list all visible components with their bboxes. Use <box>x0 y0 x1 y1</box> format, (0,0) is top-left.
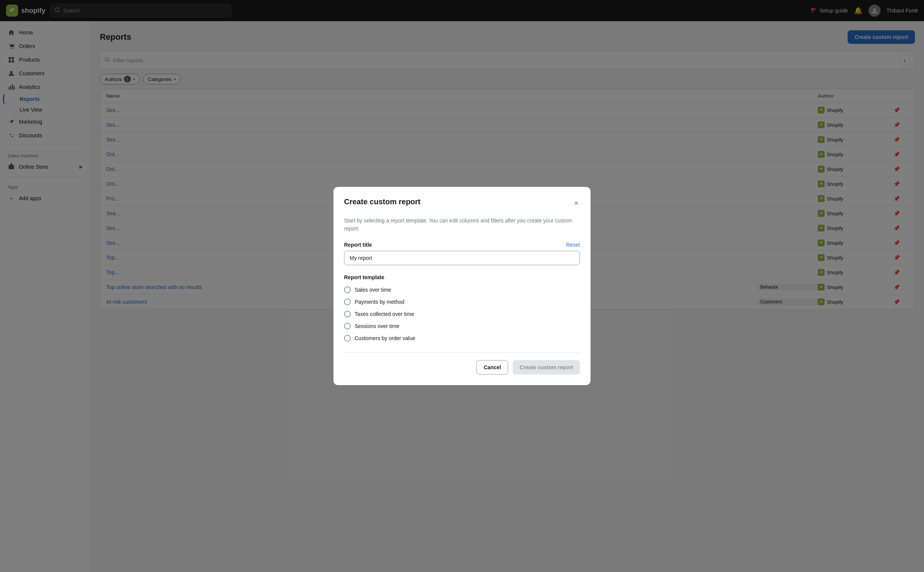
template-option-payments-by-method[interactable]: Payments by method <box>344 298 580 305</box>
modal-close-button[interactable]: × <box>572 197 580 209</box>
create-custom-report-submit-button[interactable]: Create custom report <box>513 360 580 375</box>
radio-taxes-collected[interactable] <box>344 311 351 317</box>
radio-sales-over-time[interactable] <box>344 286 351 293</box>
create-custom-report-modal: Create custom report × Start by selectin… <box>333 187 591 385</box>
modal-field-label-row: Report title Reset <box>344 242 580 248</box>
report-title-input[interactable] <box>344 251 580 265</box>
template-option-sales-over-time[interactable]: Sales over time <box>344 286 580 293</box>
modal-title: Create custom report <box>344 197 420 206</box>
radio-payments-by-method[interactable] <box>344 298 351 305</box>
template-section-title: Report template <box>344 274 580 280</box>
report-title-label: Report title <box>344 242 372 248</box>
cancel-button[interactable]: Cancel <box>476 360 508 375</box>
template-option-customers-by-order-value[interactable]: Customers by order value <box>344 335 580 342</box>
modal-overlay: Create custom report × Start by selectin… <box>0 0 924 572</box>
modal-header: Create custom report × <box>344 197 580 209</box>
modal-footer: Cancel Create custom report <box>344 352 580 375</box>
radio-customers-by-order-value[interactable] <box>344 335 351 342</box>
template-option-sessions-over-time[interactable]: Sessions over time <box>344 323 580 330</box>
template-option-taxes-collected[interactable]: Taxes collected over time <box>344 311 580 317</box>
modal-description: Start by selecting a report template. Yo… <box>344 217 580 233</box>
reset-link[interactable]: Reset <box>566 242 580 248</box>
radio-sessions-over-time[interactable] <box>344 323 351 330</box>
